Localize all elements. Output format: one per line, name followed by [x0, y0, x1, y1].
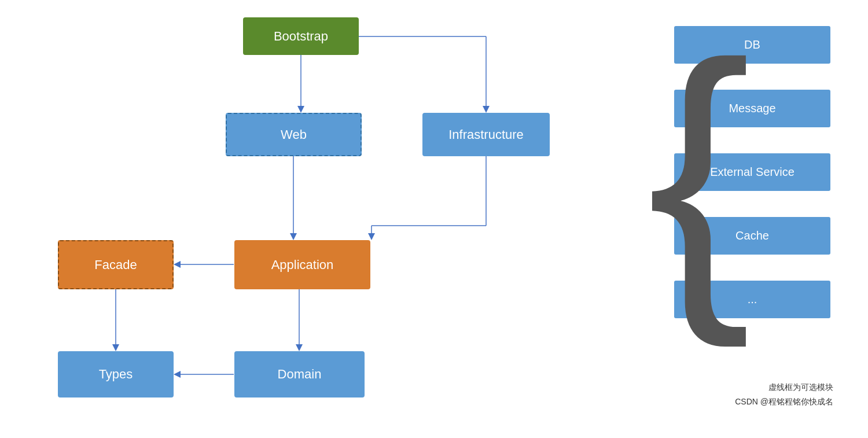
facade-box: Facade	[58, 240, 174, 289]
types-label: Types	[99, 367, 133, 382]
svg-marker-16	[112, 344, 119, 351]
application-box: Application	[234, 240, 370, 289]
domain-label: Domain	[278, 367, 322, 382]
svg-marker-12	[174, 261, 181, 268]
web-label: Web	[281, 127, 307, 142]
infrastructure-label: Infrastructure	[448, 127, 524, 142]
svg-marker-10	[368, 233, 375, 240]
svg-marker-1	[297, 106, 304, 113]
application-label: Application	[271, 257, 334, 273]
svg-marker-6	[290, 233, 297, 240]
diagram-container: Bootstrap Web Infrastructure Application…	[0, 0, 868, 438]
bootstrap-box: Bootstrap	[243, 17, 359, 55]
facade-label: Facade	[94, 257, 137, 273]
svg-marker-14	[296, 344, 303, 351]
footnote-line2: CSDN @程铭程铭你快成名	[735, 395, 833, 409]
infrastructure-box: Infrastructure	[422, 113, 550, 156]
web-box: Web	[226, 113, 362, 156]
svg-marker-4	[483, 106, 490, 113]
footnote-line1: 虚线框为可选模块	[735, 380, 833, 395]
svg-marker-18	[174, 371, 181, 378]
brace-symbol: {	[647, 17, 751, 330]
bootstrap-label: Bootstrap	[274, 29, 328, 44]
domain-box: Domain	[234, 351, 365, 397]
types-box: Types	[58, 351, 174, 397]
footnote: 虚线框为可选模块 CSDN @程铭程铭你快成名	[735, 380, 833, 409]
